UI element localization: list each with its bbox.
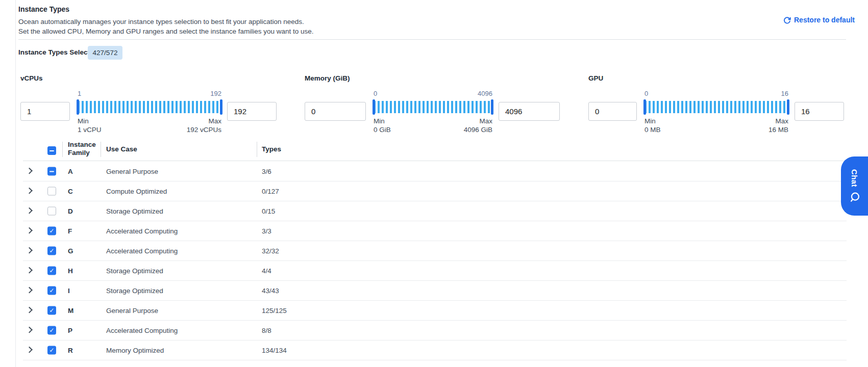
memory-max-input[interactable] xyxy=(499,102,560,121)
gpu-slider-track[interactable] xyxy=(644,101,788,113)
gpu-scale-max: 16 xyxy=(781,90,788,97)
instance-family-cell: C xyxy=(68,188,73,195)
select-all-checkbox[interactable] xyxy=(47,146,56,155)
types-count-cell: 8/8 xyxy=(262,327,271,334)
memory-slider-min-handle[interactable] xyxy=(373,99,375,115)
row-checkbox[interactable] xyxy=(47,227,56,235)
table-row: M General Purpose 125/125 xyxy=(23,301,847,321)
gpu-max-caption: 16 MB xyxy=(768,126,788,134)
expand-row-chevron-icon[interactable] xyxy=(26,267,33,274)
vcpus-slider-min-handle[interactable] xyxy=(77,99,79,115)
restore-to-default-label: Restore to default xyxy=(794,16,855,24)
vcpus-scale-labels: 1 192 xyxy=(78,90,221,97)
gpu-minmax-labels: Min Max xyxy=(644,117,788,125)
row-checkbox[interactable] xyxy=(47,207,56,216)
panel-left-border xyxy=(15,0,16,367)
vcpus-max-caption: 192 vCPUs xyxy=(187,126,221,134)
table-row: G Accelerated Computing 32/32 xyxy=(23,241,847,261)
column-header-use-case: Use Case xyxy=(106,145,137,153)
gpu-max-input[interactable] xyxy=(795,102,844,121)
expand-row-chevron-icon[interactable] xyxy=(26,207,33,214)
vcpus-slider-max-handle[interactable] xyxy=(220,99,222,115)
vcpus-scale-min: 1 xyxy=(78,90,81,97)
types-count-cell: 3/6 xyxy=(262,168,271,175)
gpu-slider-min-handle[interactable] xyxy=(643,99,646,115)
chat-button-label: Chat xyxy=(850,169,859,187)
instance-family-cell: P xyxy=(68,327,72,334)
memory-min-input[interactable] xyxy=(305,102,366,121)
row-checkbox[interactable] xyxy=(47,267,56,275)
types-count-cell: 43/43 xyxy=(262,287,279,295)
vcpus-title: vCPUs xyxy=(20,74,43,82)
column-divider xyxy=(101,142,101,157)
instance-family-cell: I xyxy=(68,287,70,295)
column-divider xyxy=(257,142,257,157)
chat-bubble-icon xyxy=(849,192,860,203)
vcpus-min-caption: 1 vCPU xyxy=(78,126,102,134)
expand-row-chevron-icon[interactable] xyxy=(26,327,33,333)
gpu-min-input[interactable] xyxy=(588,102,637,121)
instance-family-cell: F xyxy=(68,227,72,235)
gpu-scale-min: 0 xyxy=(644,90,648,97)
use-case-cell: Memory Optimized xyxy=(106,347,164,354)
use-case-cell: Storage Optimized xyxy=(106,267,163,275)
row-checkbox[interactable] xyxy=(47,346,56,355)
instance-family-cell: H xyxy=(68,267,73,275)
memory-title: Memory (GiB) xyxy=(305,74,350,82)
memory-captions: 0 GiB 4096 GiB xyxy=(374,126,492,134)
use-case-cell: General Purpose xyxy=(106,168,158,175)
instance-family-table-header: Instance Family Use Case Types xyxy=(23,138,847,161)
vcpus-slider-track[interactable] xyxy=(78,101,221,113)
table-body: A General Purpose 3/6 C Compute Optimize… xyxy=(23,162,847,360)
expand-row-chevron-icon[interactable] xyxy=(26,307,33,313)
types-count-cell: 134/134 xyxy=(262,347,287,354)
vcpus-max-input[interactable] xyxy=(227,102,277,121)
row-checkbox[interactable] xyxy=(47,306,56,315)
row-checkbox[interactable] xyxy=(47,187,56,196)
column-divider xyxy=(62,142,63,157)
types-count-cell: 32/32 xyxy=(262,247,279,255)
expand-row-chevron-icon[interactable] xyxy=(26,247,33,254)
row-checkbox[interactable] xyxy=(47,286,56,295)
table-row: C Compute Optimized 0/127 xyxy=(23,181,847,201)
vcpus-scale-max: 192 xyxy=(210,90,221,97)
expand-row-chevron-icon[interactable] xyxy=(26,168,33,174)
row-checkbox[interactable] xyxy=(47,247,56,255)
memory-scale-min: 0 xyxy=(374,90,377,97)
memory-max-caption: 4096 GiB xyxy=(464,126,492,134)
restore-to-default-button[interactable]: Restore to default xyxy=(783,16,855,24)
memory-slider-track[interactable] xyxy=(374,101,492,113)
instance-family-cell: M xyxy=(68,307,73,314)
instance-types-panel: Instance Types Ocean automatically manag… xyxy=(0,0,868,367)
row-checkbox[interactable] xyxy=(47,167,56,176)
memory-slider-max-handle[interactable] xyxy=(491,99,493,115)
memory-scale-max: 4096 xyxy=(478,90,492,97)
selected-count-badge: 427/572 xyxy=(88,46,122,60)
table-row: A General Purpose 3/6 xyxy=(23,162,847,181)
table-row: H Storage Optimized 4/4 xyxy=(23,261,847,281)
gpu-slider-max-handle[interactable] xyxy=(787,99,789,115)
expand-row-chevron-icon[interactable] xyxy=(26,347,33,353)
expand-row-chevron-icon[interactable] xyxy=(26,188,33,194)
types-count-cell: 3/3 xyxy=(262,227,271,235)
gpu-scale-labels: 0 16 xyxy=(644,90,788,97)
memory-min-caption: 0 GiB xyxy=(374,126,391,134)
vcpus-max-label: Max xyxy=(208,117,221,125)
chat-button[interactable]: Chat xyxy=(841,156,868,216)
use-case-cell: Accelerated Computing xyxy=(106,247,178,255)
gpu-captions: 0 MB 16 MB xyxy=(644,126,788,134)
page-description: Ocean automatically manages your instanc… xyxy=(18,17,314,36)
row-checkbox[interactable] xyxy=(47,326,56,335)
memory-min-label: Min xyxy=(374,117,385,125)
instance-family-cell: D xyxy=(68,207,73,215)
table-row: R Memory Optimized 134/134 xyxy=(23,340,847,360)
use-case-cell: Storage Optimized xyxy=(106,207,163,215)
expand-row-chevron-icon[interactable] xyxy=(26,287,33,294)
types-count-cell: 0/127 xyxy=(262,188,279,195)
use-case-cell: Accelerated Computing xyxy=(106,227,178,235)
instance-family-cell: G xyxy=(68,247,73,255)
expand-row-chevron-icon[interactable] xyxy=(26,227,33,234)
vcpus-captions: 1 vCPU 192 vCPUs xyxy=(78,126,221,134)
vcpus-min-input[interactable] xyxy=(20,102,70,121)
refresh-icon xyxy=(783,16,791,24)
